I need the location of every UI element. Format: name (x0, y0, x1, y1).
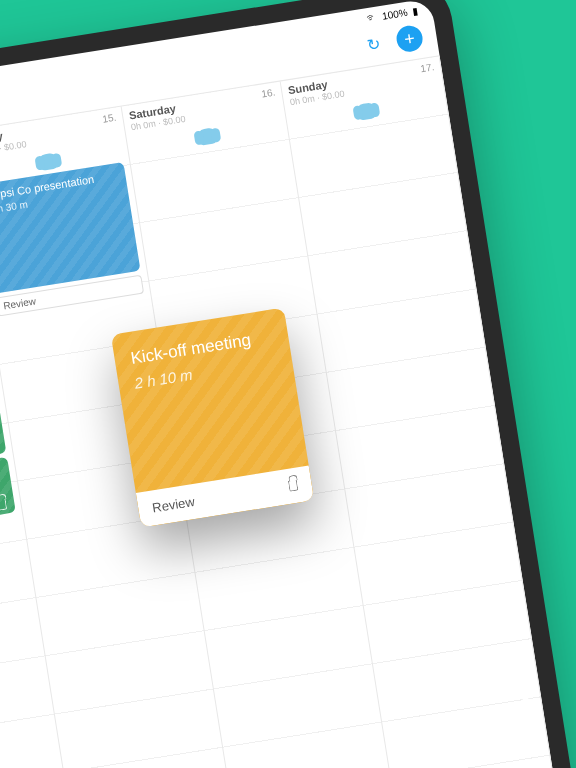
day-number: 17. (420, 61, 435, 74)
svg-line-4 (535, 690, 538, 694)
brain-icon (196, 127, 218, 146)
lock-icon (0, 499, 7, 511)
floating-event-card[interactable]: Kick-off meeting 2 h 10 m Review (111, 308, 314, 528)
battery-level: 100% (381, 6, 408, 21)
app-logo-icon (506, 684, 546, 738)
event-pepsi[interactable]: Pepsi Co presentation 4 h 30 m (0, 162, 141, 294)
svg-line-2 (521, 686, 522, 691)
svg-line-3 (530, 686, 531, 691)
floating-footer-label: Review (151, 494, 195, 515)
refresh-button[interactable]: ↻ (362, 33, 385, 56)
day-number: 15. (102, 112, 117, 125)
wifi-icon: ᯤ (365, 11, 378, 25)
brain-icon (355, 102, 377, 121)
svg-line-1 (514, 690, 517, 694)
lock-icon (288, 480, 299, 492)
event-review-lower[interactable]: eview (0, 457, 16, 535)
day-number: 16. (261, 86, 276, 99)
battery-icon: ▮ (411, 5, 419, 17)
brain-icon (37, 152, 59, 171)
add-button[interactable]: + (395, 24, 425, 54)
